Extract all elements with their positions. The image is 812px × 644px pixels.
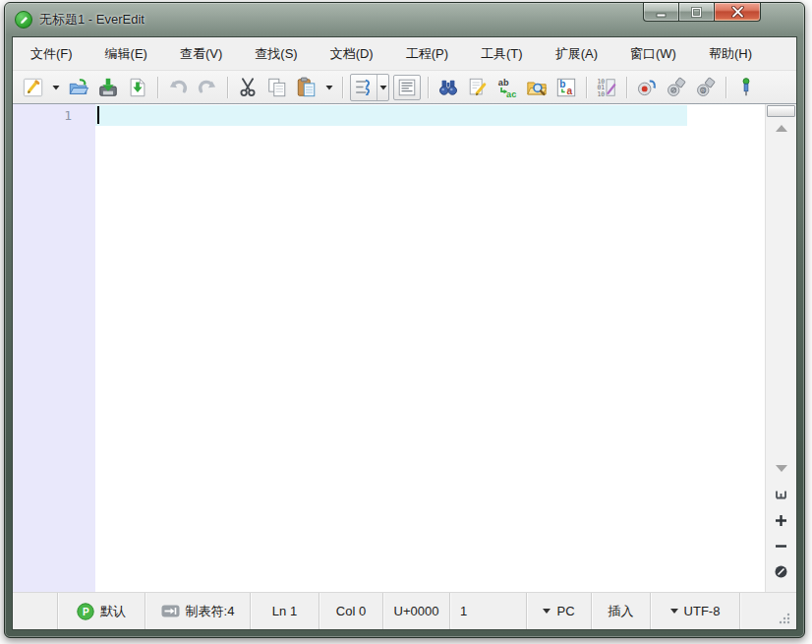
status-spacer	[13, 593, 58, 629]
minimize-button[interactable]	[643, 3, 678, 22]
scroll-up-icon[interactable]	[776, 125, 787, 132]
redo-button[interactable]	[195, 75, 220, 100]
status-line-label: Ln 1	[272, 604, 297, 618]
svg-text:8: 8	[701, 87, 705, 93]
close-button[interactable]	[715, 3, 761, 22]
close-icon	[730, 6, 745, 18]
toolbar-separator	[626, 77, 627, 98]
minimize-icon	[655, 7, 667, 18]
pin-snippet-button[interactable]	[733, 75, 759, 100]
client-area: 文件(F)编辑(E)查看(V)查找(S)文档(D)工程(P)工具(T)扩展(A)…	[12, 36, 797, 630]
play-macro-icon	[666, 77, 687, 98]
show-doc-view-toggle[interactable]	[393, 75, 421, 100]
menu-document[interactable]: 文档(D)	[320, 40, 383, 68]
status-tab-width-label: 制表符:4	[186, 603, 235, 620]
paste-button[interactable]	[294, 75, 319, 100]
open-file-button[interactable]	[66, 75, 91, 100]
quick-mark-button[interactable]: ba	[553, 75, 579, 100]
zoom-out-button[interactable]	[771, 533, 792, 558]
menu-edit[interactable]: 编辑(E)	[95, 40, 157, 68]
vertical-scrollbar[interactable]	[765, 104, 796, 592]
status-column-label: Col 0	[336, 604, 366, 618]
status-tab-width[interactable]: 制表符:4	[145, 593, 251, 629]
text-caret	[97, 106, 99, 124]
toolbar-separator	[428, 77, 429, 98]
document-map-button[interactable]	[771, 482, 792, 507]
maximize-icon	[690, 7, 703, 18]
zoom-in-button[interactable]	[771, 507, 792, 533]
replace-all-button[interactable]: abac	[494, 75, 520, 100]
editor-area: 1	[13, 103, 796, 592]
run-macro-multi-button[interactable]: 8	[693, 75, 719, 100]
menu-file[interactable]: 文件(F)	[21, 40, 83, 68]
status-scheme-label: 默认	[100, 603, 126, 620]
new-file-icon	[23, 77, 44, 98]
text-edit-area[interactable]	[95, 104, 765, 592]
status-count-label: 1	[460, 604, 467, 618]
undo-icon	[167, 77, 189, 98]
record-macro-button[interactable]	[634, 75, 660, 100]
pen-mode-button[interactable]	[771, 558, 792, 584]
status-column[interactable]: Col 0	[319, 593, 383, 629]
copy-button[interactable]	[264, 75, 290, 100]
toolbar-separator	[157, 77, 158, 98]
word-wrap-dropdown[interactable]	[377, 75, 388, 100]
current-line-highlight	[95, 105, 687, 126]
toolbar-separator	[342, 77, 343, 98]
titlebar[interactable]: 无标题1 - EverEdit	[5, 3, 804, 36]
menu-view[interactable]: 查看(V)	[170, 40, 232, 68]
svg-text:b: b	[559, 79, 565, 89]
find-button[interactable]	[435, 75, 461, 100]
menu-bar: 文件(F)编辑(E)查看(V)查找(S)文档(D)工程(P)工具(T)扩展(A)…	[13, 37, 796, 70]
plus-icon	[774, 513, 788, 528]
pin-icon	[735, 77, 757, 98]
split-handle[interactable]	[767, 105, 795, 117]
status-line[interactable]: Ln 1	[251, 593, 319, 629]
status-line-ending-label: PC	[556, 604, 574, 618]
scrollbar-track[interactable]	[766, 119, 796, 478]
everedit-window: 无标题1 - EverEdit 文件(F)编辑(E)查看(V)查找(S)文档(D…	[4, 2, 805, 638]
doc-map-icon	[774, 488, 788, 502]
status-count[interactable]: 1	[450, 593, 527, 629]
pen-circle-icon	[774, 564, 788, 579]
play-macro-button[interactable]	[664, 75, 689, 100]
scheme-p-icon: P	[77, 603, 94, 620]
save-all-button[interactable]	[125, 75, 150, 100]
new-file-dropdown[interactable]	[50, 75, 62, 100]
menu-help[interactable]: 帮助(H)	[699, 40, 762, 68]
record-macro-icon	[636, 77, 658, 98]
status-encoding[interactable]: UTF-8	[651, 593, 740, 629]
save-button[interactable]	[95, 75, 121, 100]
status-unicode[interactable]: U+0000	[383, 593, 450, 629]
undo-button[interactable]	[165, 75, 191, 100]
menu-tools[interactable]: 工具(T)	[471, 40, 533, 68]
hex-edit-button[interactable]: 100110	[594, 75, 619, 100]
menu-project[interactable]: 工程(P)	[396, 40, 458, 68]
dropdown-arrow-icon	[379, 85, 387, 90]
replace-button[interactable]	[465, 75, 491, 100]
new-file-button[interactable]	[21, 75, 46, 100]
status-line-ending[interactable]: PC	[527, 593, 592, 629]
status-insert-mode[interactable]: 插入	[592, 593, 651, 629]
save-icon	[97, 77, 119, 98]
dropdown-arrow-icon	[325, 85, 333, 90]
cut-button[interactable]	[235, 75, 261, 100]
word-wrap-toggle[interactable]	[351, 75, 377, 100]
window-title: 无标题1 - EverEdit	[39, 11, 145, 29]
run-macro-icon: 8	[695, 77, 717, 98]
status-scheme[interactable]: P默认	[58, 593, 145, 629]
scroll-down-icon[interactable]	[776, 465, 787, 472]
menu-search[interactable]: 查找(S)	[245, 40, 307, 68]
menu-extensions[interactable]: 扩展(A)	[546, 40, 608, 68]
find-icon	[437, 77, 459, 98]
dropdown-arrow-icon	[670, 609, 678, 614]
window-controls	[643, 3, 761, 22]
menu-window[interactable]: 窗口(W)	[620, 40, 686, 68]
doc-lines-icon	[396, 77, 418, 98]
line-number-gutter: 1	[13, 104, 95, 592]
maximize-button[interactable]	[678, 3, 715, 22]
status-encoding-label: UTF-8	[684, 604, 721, 618]
scrollbar-extras	[766, 478, 796, 592]
paste-dropdown[interactable]	[323, 75, 335, 100]
find-in-files-button[interactable]	[524, 75, 550, 100]
